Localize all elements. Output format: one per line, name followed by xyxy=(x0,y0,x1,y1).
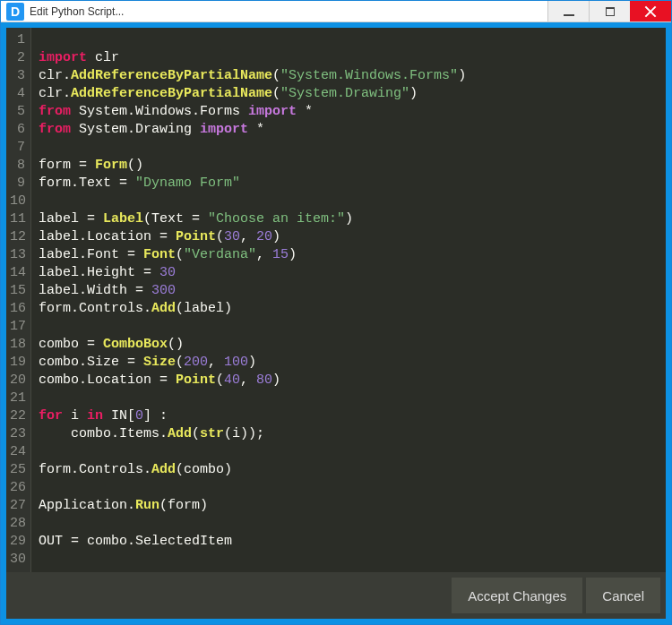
window-title: Edit Python Script... xyxy=(30,5,547,18)
window-frame: D Edit Python Script... 1 2 3 4 5 6 7 8 … xyxy=(0,0,672,625)
accept-changes-button[interactable]: Accept Changes xyxy=(452,578,582,613)
dialog-footer: Accept Changes Cancel xyxy=(6,572,666,619)
close-icon xyxy=(644,5,657,18)
window-controls xyxy=(547,1,671,21)
app-icon: D xyxy=(6,3,24,21)
client-area: 1 2 3 4 5 6 7 8 9 10 11 12 13 14 15 16 1… xyxy=(1,22,671,624)
code-area[interactable]: import clr clr.AddReferenceByPartialName… xyxy=(31,28,666,572)
maximize-button[interactable] xyxy=(589,1,630,21)
cancel-button[interactable]: Cancel xyxy=(586,578,660,613)
line-number-gutter: 1 2 3 4 5 6 7 8 9 10 11 12 13 14 15 16 1… xyxy=(6,28,31,572)
close-button[interactable] xyxy=(630,1,671,21)
minimize-icon xyxy=(564,7,574,16)
code-editor[interactable]: 1 2 3 4 5 6 7 8 9 10 11 12 13 14 15 16 1… xyxy=(6,28,666,572)
title-bar[interactable]: D Edit Python Script... xyxy=(1,1,671,22)
maximize-icon xyxy=(606,7,615,16)
minimize-button[interactable] xyxy=(547,1,589,21)
